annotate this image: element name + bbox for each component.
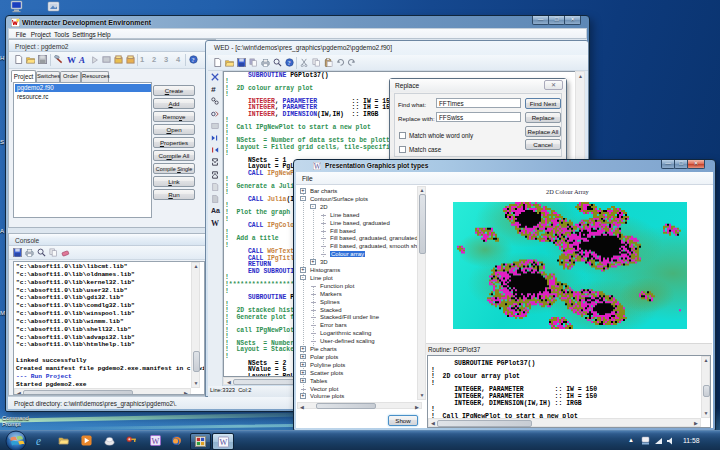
svg-text:?: ? [192, 56, 195, 63]
svg-text:W: W [314, 162, 321, 169]
svg-text:e: e [36, 435, 41, 446]
svg-text:?: ? [288, 59, 291, 66]
svg-text:W: W [151, 437, 159, 446]
svg-text:W: W [219, 438, 227, 447]
